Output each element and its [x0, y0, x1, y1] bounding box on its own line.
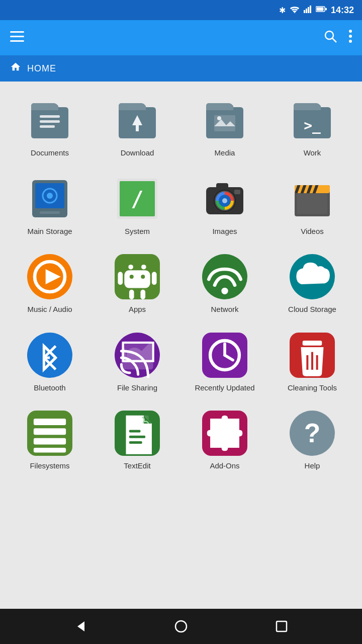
- svg-rect-32: [216, 183, 228, 189]
- menu-icon[interactable]: [10, 31, 24, 44]
- documents-label: Documents: [31, 148, 69, 158]
- list-item[interactable]: Filesystems: [8, 403, 92, 477]
- add-ons-label: Add-Ons: [210, 461, 239, 471]
- svg-rect-37: [234, 190, 240, 194]
- list-item[interactable]: Media: [183, 90, 266, 164]
- list-item[interactable]: / System: [96, 168, 179, 243]
- list-item[interactable]: Recently Updated: [183, 325, 266, 399]
- more-options-icon[interactable]: [349, 30, 352, 46]
- list-item[interactable]: Videos: [270, 168, 354, 243]
- svg-rect-17: [40, 120, 60, 123]
- list-item[interactable]: Add-Ons: [183, 403, 266, 477]
- home-button[interactable]: [168, 614, 194, 639]
- list-item[interactable]: Bluetooth: [8, 325, 92, 399]
- status-time: 14:32: [331, 5, 354, 16]
- svg-rect-57: [124, 270, 150, 288]
- list-item[interactable]: Images: [183, 168, 266, 243]
- svg-rect-49: [319, 185, 325, 193]
- list-item[interactable]: Apps: [96, 246, 179, 320]
- svg-point-26: [47, 193, 53, 199]
- list-item[interactable]: Documents: [8, 90, 92, 164]
- download-icon: [115, 98, 160, 143]
- work-icon: >_: [290, 98, 335, 143]
- list-item[interactable]: Main Storage: [8, 168, 92, 243]
- list-item[interactable]: File Sharing: [96, 325, 179, 399]
- signal-status-icon: [304, 5, 312, 15]
- svg-rect-42: [290, 185, 294, 193]
- svg-rect-16: [40, 115, 60, 118]
- svg-line-12: [332, 38, 336, 42]
- file-sharing-label: File Sharing: [117, 383, 157, 393]
- videos-icon: [290, 176, 335, 221]
- battery-status-icon: [316, 6, 327, 15]
- status-icons: ✱ 14:32: [279, 5, 354, 16]
- textedit-icon: [115, 411, 160, 456]
- system-icon: /: [115, 176, 160, 221]
- svg-rect-51: [325, 185, 330, 193]
- wifi-status-icon: [290, 5, 300, 15]
- svg-point-0: [294, 12, 296, 13]
- svg-rect-79: [34, 448, 66, 453]
- svg-rect-72: [303, 341, 322, 346]
- list-item[interactable]: Cleaning Tools: [270, 325, 354, 399]
- filesystems-icon: [27, 411, 72, 456]
- list-item[interactable]: Network: [183, 246, 266, 320]
- svg-rect-8: [10, 31, 24, 33]
- cloud-storage-label: Cloud Storage: [288, 304, 336, 314]
- recent-apps-button[interactable]: [269, 614, 294, 639]
- home-icon: [10, 61, 21, 75]
- breadcrumb: Home: [0, 55, 362, 82]
- svg-point-55: [128, 265, 133, 270]
- svg-rect-82: [129, 441, 142, 444]
- svg-point-11: [325, 31, 333, 39]
- svg-point-21: [217, 116, 221, 120]
- svg-point-15: [349, 40, 352, 43]
- cloud-storage-icon: [290, 254, 335, 299]
- music-audio-icon: [27, 254, 72, 299]
- svg-rect-9: [10, 36, 24, 37]
- svg-rect-7: [325, 8, 327, 11]
- toolbar-left: [10, 31, 24, 44]
- svg-point-64: [221, 288, 228, 294]
- svg-rect-68: [121, 341, 153, 362]
- images-label: Images: [212, 226, 237, 236]
- list-item[interactable]: TextEdit: [96, 403, 179, 477]
- images-icon: [202, 176, 247, 221]
- download-label: Download: [121, 148, 154, 158]
- breadcrumb-label: Home: [27, 63, 56, 74]
- svg-point-62: [130, 275, 134, 279]
- search-icon[interactable]: [324, 30, 337, 46]
- svg-point-85: [175, 621, 187, 632]
- svg-rect-2: [306, 9, 307, 13]
- filesystems-label: Filesystems: [30, 461, 69, 471]
- svg-rect-1: [304, 10, 305, 13]
- list-item[interactable]: >_ Work: [270, 90, 354, 164]
- status-bar: ✱ 14:32: [0, 0, 362, 20]
- list-item[interactable]: Music / Audio: [8, 246, 92, 320]
- help-icon: ?: [290, 411, 335, 456]
- documents-icon: [27, 98, 72, 143]
- svg-rect-61: [140, 290, 145, 299]
- svg-rect-27: [40, 211, 60, 214]
- svg-rect-60: [129, 290, 134, 299]
- svg-rect-78: [34, 438, 66, 445]
- list-item[interactable]: ? Help: [270, 403, 354, 477]
- network-icon: [202, 254, 247, 299]
- help-label: Help: [305, 461, 320, 471]
- toolbar-right: [324, 30, 352, 46]
- main-storage-icon: [27, 176, 72, 221]
- list-item[interactable]: Cloud Storage: [270, 246, 354, 320]
- bottom-nav: [0, 609, 362, 644]
- svg-rect-10: [10, 40, 24, 42]
- list-item[interactable]: Download: [96, 90, 179, 164]
- svg-text:?: ?: [304, 418, 321, 448]
- svg-point-56: [141, 265, 146, 270]
- file-sharing-icon: [115, 333, 160, 378]
- back-button[interactable]: [68, 614, 93, 639]
- textedit-label: TextEdit: [124, 461, 150, 471]
- add-ons-icon: [202, 411, 247, 456]
- svg-rect-59: [152, 272, 157, 285]
- svg-rect-58: [118, 272, 123, 285]
- bluetooth-status-icon: ✱: [279, 6, 286, 15]
- apps-icon: [115, 254, 160, 299]
